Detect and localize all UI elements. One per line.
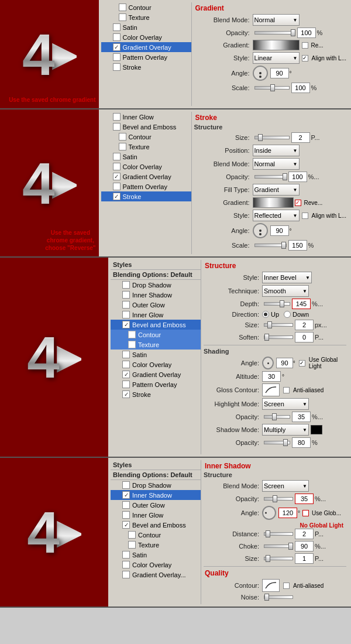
highlight-opacity-slider[interactable]	[264, 415, 290, 419]
shadow-opacity-slider[interactable]	[264, 441, 290, 444]
cb-stroke-2[interactable]: ✓	[113, 193, 121, 200]
angle-value-4[interactable]: 120	[278, 508, 297, 518]
cb-inner-glow-2[interactable]	[113, 113, 121, 121]
layer-gradient-overlay-1[interactable]: ✓ Gradient Overlay	[101, 42, 191, 52]
layer-inner-glow-2[interactable]: Inner Glow	[101, 112, 191, 122]
radio-up[interactable]	[262, 311, 269, 318]
cb-color-overlay-3[interactable]	[122, 361, 130, 368]
cb-texture-4[interactable]	[128, 541, 136, 549]
size-value-4[interactable]: 1	[295, 553, 314, 564]
soften-value[interactable]: 0	[295, 332, 314, 342]
blend-dropdown-2[interactable]: Normal ▼	[253, 158, 300, 170]
cb-inner-shadow-4[interactable]: ✓	[122, 491, 130, 499]
cb-pattern-overlay-3[interactable]	[122, 381, 130, 388]
size-value-2[interactable]: 2	[291, 132, 310, 143]
scale-slider-2[interactable]	[254, 244, 287, 247]
cb-align-2[interactable]	[302, 213, 308, 219]
layer-texture[interactable]: Texture	[101, 12, 191, 22]
opacity-value-2[interactable]: 100	[288, 172, 307, 182]
direction-down[interactable]: Down	[284, 311, 309, 318]
cb-outer-glow-3[interactable]	[122, 301, 130, 309]
cb-color-overlay-2[interactable]	[113, 163, 121, 170]
layer-contour-4[interactable]: Contour	[111, 530, 201, 540]
cb-drop-shadow-3[interactable]	[122, 281, 130, 289]
use-global-light-4[interactable]: Use Glob...	[302, 510, 341, 516]
angle-value-1[interactable]: 90	[270, 68, 289, 78]
distance-slider-4[interactable]	[264, 532, 293, 536]
layer-gradient-overlay-2[interactable]: ✓ Gradient Overlay	[101, 172, 191, 181]
opacity-slider-2[interactable]	[254, 175, 287, 179]
align-check-1[interactable]: ✓ Align with L...	[302, 55, 346, 61]
size-slider-4[interactable]	[264, 557, 293, 560]
depth-value[interactable]: 145	[292, 299, 311, 309]
scale-value-2[interactable]: 150	[288, 240, 307, 251]
cb-texture-2[interactable]	[119, 143, 126, 150]
distance-value-4[interactable]: 2	[295, 529, 314, 539]
cb-color-overlay-1[interactable]	[113, 33, 121, 41]
highlight-mode-dropdown[interactable]: Screen ▼	[262, 398, 309, 410]
shading-angle-value[interactable]: 90	[276, 358, 293, 368]
cb-texture[interactable]	[119, 13, 126, 21]
anti-aliased-check-4[interactable]: Anti-aliased	[283, 583, 324, 589]
angle-dial-3[interactable]	[262, 357, 274, 369]
technique-dropdown[interactable]: Smooth ▼	[262, 285, 309, 297]
cb-gradient-overlay-3[interactable]: ✓	[122, 371, 130, 378]
gradient-bar-2[interactable]	[253, 197, 294, 208]
reverse-check-2[interactable]: ✓ Reve...	[295, 200, 323, 206]
layer-contour-3[interactable]: Contour	[111, 330, 201, 340]
reverse-check-1[interactable]: Re...	[302, 42, 324, 49]
layer-color-overlay-4[interactable]: Color Overlay	[111, 560, 201, 570]
size-slider-2[interactable]	[254, 136, 290, 139]
blend-options-4[interactable]: Blending Options: Default	[111, 470, 201, 480]
layer-satin-4[interactable]: Satin	[111, 550, 201, 560]
angle-dial-4[interactable]	[262, 506, 276, 520]
soften-slider[interactable]	[264, 335, 293, 339]
cb-color-overlay-4[interactable]	[122, 561, 130, 568]
cb-contour[interactable]	[119, 4, 126, 11]
layer-contour[interactable]: Contour	[101, 2, 191, 12]
layer-color-overlay-2[interactable]: Color Overlay	[101, 162, 191, 172]
radio-down[interactable]	[284, 311, 291, 318]
layer-satin-2[interactable]: Satin	[101, 152, 191, 162]
layer-pattern-overlay-1[interactable]: Pattern Overlay	[101, 52, 191, 62]
cb-pattern-overlay-2[interactable]	[113, 183, 121, 190]
style-dropdown-1[interactable]: Linear ▼	[253, 52, 300, 64]
cb-stroke-3[interactable]: ✓	[122, 390, 130, 398]
cb-inner-shadow-3[interactable]	[122, 291, 130, 299]
filltype-dropdown-2[interactable]: Gradient ▼	[253, 184, 300, 196]
layer-drop-shadow-3[interactable]: Drop Shadow	[111, 280, 201, 290]
cb-bevel-2[interactable]	[113, 123, 121, 131]
cb-gradient-overlay-2[interactable]: ✓	[113, 173, 121, 180]
style-dropdown-2[interactable]: Reflected ▼	[253, 210, 300, 221]
size-slider-3[interactable]	[264, 323, 293, 327]
cb-drop-shadow-4[interactable]	[122, 481, 130, 489]
cb-rev-1[interactable]	[302, 42, 308, 49]
blend-options-header-3[interactable]: Blending Options: Default	[111, 270, 201, 280]
layer-stroke-3[interactable]: ✓ Stroke	[111, 389, 201, 399]
layer-inner-glow-3[interactable]: Inner Glow	[111, 310, 201, 320]
layer-inner-shadow-4[interactable]: ✓ Inner Shadow	[111, 490, 201, 500]
layer-drop-shadow-4[interactable]: Drop Shadow	[111, 480, 201, 490]
shadow-mode-dropdown[interactable]: Multiply ▼	[262, 424, 309, 436]
size-value-3[interactable]: 2	[295, 320, 314, 330]
opacity-value-1[interactable]: 100	[297, 28, 316, 38]
layer-color-overlay-3[interactable]: Color Overlay	[111, 359, 201, 369]
cb-satin[interactable]	[113, 23, 121, 31]
layer-pattern-overlay-2[interactable]: Pattern Overlay	[101, 181, 191, 191]
opacity-slider-1[interactable]	[254, 31, 295, 35]
cb-contour-2[interactable]	[119, 133, 126, 141]
layer-contour-2[interactable]: Contour	[101, 132, 191, 142]
layer-color-overlay-1[interactable]: Color Overlay	[101, 32, 191, 42]
position-dropdown-2[interactable]: Inside ▼	[253, 145, 300, 156]
cb-pattern-overlay-1[interactable]	[113, 53, 121, 61]
bevel-style-dropdown[interactable]: Inner Bevel ▼	[262, 272, 312, 283]
shadow-color-swatch[interactable]	[311, 425, 322, 434]
cb-inner-glow-4[interactable]	[122, 511, 130, 519]
layer-outer-glow-3[interactable]: Outer Glow	[111, 300, 201, 310]
cb-inner-glow-3[interactable]	[122, 311, 130, 318]
cb-rev-2[interactable]: ✓	[295, 200, 301, 206]
angle-dial-2[interactable]	[253, 223, 268, 238]
layer-stroke-2[interactable]: ✓ Stroke	[101, 191, 191, 201]
shadow-opacity-value[interactable]: 80	[292, 437, 311, 448]
highlight-opacity-value[interactable]: 35	[292, 412, 311, 422]
